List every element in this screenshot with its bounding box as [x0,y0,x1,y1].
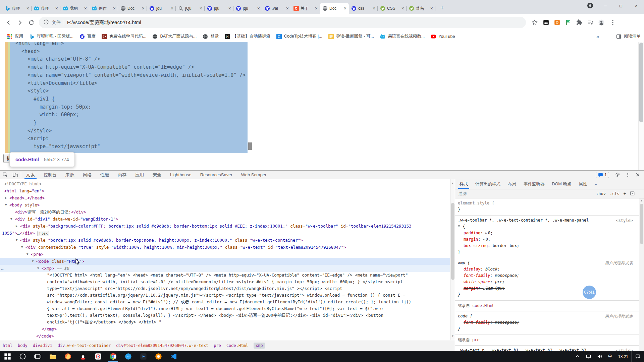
expand-arrow-open-icon[interactable]: ▼ [32,258,34,265]
dom-tree-row[interactable]: onclick="tj()">提交</button> </body> </htm… [0,319,455,325]
browser-tab[interactable]: Doc× [320,3,349,14]
address-bar[interactable]: 文件 F:/vscode/宝藏商域/react2/14.html [39,17,526,28]
pseudo-state-toggle[interactable]: :hov [596,191,606,196]
devtools-tab-应用[interactable]: 应用 [131,171,148,179]
devtools-tab-性能[interactable]: 性能 [96,171,113,179]
browser-tab[interactable]: 我的× [60,3,89,14]
browser-tab[interactable]: jqu× [205,3,233,14]
css-property-value[interactable]: 1em 0px; [486,286,505,291]
devtools-tab-内存[interactable]: 内存 [113,171,131,179]
expand-arrow-open-icon[interactable]: ▼ [37,265,39,272]
dom-tree-row[interactable]: window.wangEditor; const editor = new E(… [0,299,455,305]
browser-tab[interactable]: 菜鸟× [407,3,435,14]
reading-list-button[interactable]: 阅读清单 [616,34,641,39]
toggle-sidebar-icon[interactable] [630,191,635,197]
browser-tab[interactable]: 哔哩× [32,3,60,14]
styles-scrollbar[interactable]: ▲ [639,198,644,351]
browser-tab[interactable]: jQu× [176,3,205,14]
breadcrumb-item[interactable]: div.w-e-text-container [58,343,111,348]
browser-tab[interactable]: 创作× [89,3,118,14]
tab-close-icon[interactable]: × [200,6,202,11]
tray-volume-icon[interactable] [594,351,605,362]
dom-tree-row[interactable]: content="width=device-width, initial-sca… [0,279,455,285]
breadcrumb-item[interactable]: div#text-elem8209145479268047.w-e-text [116,343,209,348]
expand-arrow-open-icon[interactable]: ▼ [16,237,17,244]
tab-close-icon[interactable]: × [26,6,29,11]
devtools-tab-安全[interactable]: 安全 [148,171,166,179]
devtools-tab-Web Scraper[interactable]: Web Scraper [237,171,271,179]
css-property-value[interactable]: pre; [495,280,505,284]
css-property-name[interactable]: font-family [464,320,490,325]
tab-close-icon[interactable]: × [55,6,58,11]
browser-tab[interactable]: jqu× [147,3,176,14]
dom-tree-row[interactable]: <div>请写一篇200字的日记:</div> [0,208,455,216]
rule-origin-link[interactable]: 用户代理样式表 [605,313,633,320]
dom-tree-row[interactable]: </code> [0,333,455,340]
editor-scrollbar-thumb[interactable] [248,142,252,150]
css-property-value[interactable]: 0; [486,237,490,242]
tab-close-icon[interactable]: × [286,6,289,11]
tab-close-icon[interactable]: × [113,6,116,11]
rule-origin-link[interactable]: <style> [616,218,633,224]
devtools-tab-ResourcesSaver[interactable]: ResourcesSaver [196,171,237,179]
new-tab-button[interactable]: + [437,3,447,13]
clock[interactable]: 18:21 [615,351,631,362]
inherited-node-link[interactable]: pre [472,338,480,342]
flex-badge[interactable]: flex [37,231,50,236]
dom-tree-row[interactable]: ▼<div style="border:1px solid #c9d8db; b… [0,237,455,244]
bookmark-item[interactable]: 哔哩哔哩 - 国际版... [26,33,76,41]
breadcrumb-item[interactable]: code.Html [226,343,248,348]
css-declaration[interactable]: font-family: monospace; [458,273,636,279]
devtools-tab-控制台[interactable]: 控制台 [39,171,61,179]
css-property-name[interactable]: box-sizing [464,243,488,248]
inherited-node-link[interactable]: code.Html [472,303,494,308]
scroll-up-arrow[interactable]: ▲ [450,180,455,187]
styles-tab-»[interactable]: » [591,179,600,189]
css-declaration[interactable]: margin: ▶0; [458,236,636,243]
browser-tab[interactable]: 关于× [291,3,320,14]
browser-update-icon[interactable] [587,3,593,8]
browser-tab[interactable]: .val× [262,3,291,14]
dom-tree-row[interactable]: <html lang="en"> [0,187,455,194]
bookmark-item[interactable]: 导读-最新回复 - 可... [325,33,377,41]
console-messages-badge[interactable]: 1 [596,172,609,178]
bookmark-item[interactable]: 登录 [200,33,222,41]
browser-tab[interactable]: 哔哩× [3,3,32,14]
expand-arrow-closed-icon[interactable]: ▶ [16,223,17,230]
css-property-name[interactable]: font-family [464,273,490,278]
css-property-value[interactable]: block; [485,267,500,272]
dom-tree-row[interactable]: ▼<code class="Html"> [0,258,455,265]
styles-tab-属性[interactable]: 属性 [575,179,591,189]
css-property-value[interactable]: border-box; [493,243,519,248]
tab-close-icon[interactable]: × [84,6,87,11]
taskbar-app-firefox[interactable] [60,351,75,362]
css-declaration[interactable]: display: block; [458,266,636,273]
dom-tree-row[interactable]: "<!DOCTYPE html> <html lang="en"> <head>… [0,272,455,279]
styles-tab-事件监听器[interactable]: 事件监听器 [520,179,548,189]
taskbar-app-explorer[interactable] [45,351,60,362]
tab-close-icon[interactable]: × [228,6,231,11]
bookmark-item[interactable]: 易语言在线视频教... [377,33,428,41]
scroll-up-arrow[interactable]: ▲ [639,199,644,202]
css-declaration[interactable]: padding: ▶0; [458,230,636,236]
row-ellipsis-gutter[interactable]: … [1,265,4,272]
bookmark-item[interactable]: 免费在线学习代码... [99,33,149,41]
window-close-button[interactable]: × [629,0,644,11]
editor-code-text[interactable]: <html lang="en"> <head> <meta charset="U… [15,42,246,151]
dom-tree-row[interactable]: text>p").text(); alert(text); console.lo… [0,312,455,319]
styles-tab-DOM 断点[interactable]: DOM 断点 [548,179,575,189]
breadcrumb-item[interactable]: body [18,343,28,348]
css-property-name[interactable]: white-space [464,280,490,284]
css-declaration[interactable]: white-space: pre; [458,279,636,285]
css-property-name[interactable]: margin [464,286,478,291]
expand-shorthand-icon[interactable]: ▶ [483,287,485,290]
dom-tree-row[interactable]: { var all = document.getElementById("div… [0,305,455,312]
task-view-button[interactable] [30,351,45,362]
site-info-icon[interactable] [44,19,49,26]
browser-tab[interactable]: CSS× [378,3,407,14]
notification-center-icon[interactable] [631,351,644,362]
dom-tree-row[interactable]: ▶<div style="background-color:#FFF; bord… [0,223,455,230]
dom-tree-row[interactable]: …▼<xmp> == $0 [0,265,455,272]
tab-close-icon[interactable]: × [430,6,433,11]
element-class-toggle[interactable]: .cls [610,191,620,196]
